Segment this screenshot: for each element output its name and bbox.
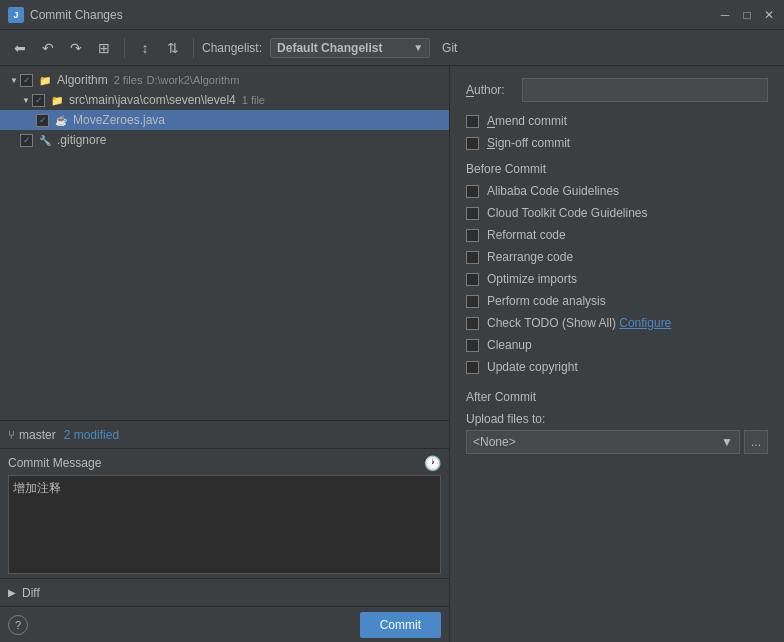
maximize-button[interactable]: □ xyxy=(740,8,754,22)
tree-checkbox-gitignore[interactable] xyxy=(20,134,33,147)
reformat-row[interactable]: Reformat code xyxy=(466,228,768,242)
bottom-actions: ? Commit xyxy=(0,606,449,642)
tree-arrow-icon-src: ▼ xyxy=(20,94,32,106)
changelist-select[interactable]: Default Changelist ▼ xyxy=(270,38,430,58)
cleanup-checkbox[interactable] xyxy=(466,339,479,352)
minimize-button[interactable]: ─ xyxy=(718,8,732,22)
folder-icon: 📁 xyxy=(37,72,53,88)
signoff-commit-checkbox[interactable] xyxy=(466,137,479,150)
toolbar: ⬅ ↶ ↷ ⊞ ↕ ⇅ Changelist: Default Changeli… xyxy=(0,30,784,66)
cloud-toolkit-row[interactable]: Cloud Toolkit Code Guidelines xyxy=(466,206,768,220)
upload-more-button[interactable]: ... xyxy=(744,430,768,454)
after-commit-header: After Commit xyxy=(466,390,768,404)
rearrange-row[interactable]: Rearrange code xyxy=(466,250,768,264)
author-row: Author: xyxy=(466,78,768,102)
cloud-toolkit-label: Cloud Toolkit Code Guidelines xyxy=(487,206,648,220)
tree-checkbox-movezeros[interactable] xyxy=(36,114,49,127)
changelist-value: Default Changelist xyxy=(277,41,413,55)
optimize-row[interactable]: Optimize imports xyxy=(466,272,768,286)
upload-select-arrow-icon: ▼ xyxy=(721,435,733,449)
tree-node-path-algorithm: D:\work2\Algorithm xyxy=(146,74,239,86)
tree-item-gitignore[interactable]: 🔧 .gitignore xyxy=(0,130,449,150)
sort-az-button[interactable]: ↕ xyxy=(133,36,157,60)
analysis-checkbox[interactable] xyxy=(466,295,479,308)
copyright-checkbox[interactable] xyxy=(466,361,479,374)
tree-node-meta-src: 1 file xyxy=(242,94,265,106)
commit-button[interactable]: Commit xyxy=(360,612,441,638)
reformat-label: Reformat code xyxy=(487,228,566,242)
close-button[interactable]: ✕ xyxy=(762,8,776,22)
modified-count[interactable]: 2 modified xyxy=(64,428,119,442)
after-commit-section: After Commit Upload files to: <None> ▼ .… xyxy=(466,390,768,454)
redo-button[interactable]: ↷ xyxy=(64,36,88,60)
folder-icon-src: 📁 xyxy=(49,92,65,108)
window-controls: ─ □ ✕ xyxy=(718,8,776,22)
move-left-button[interactable]: ⬅ xyxy=(8,36,32,60)
undo-button[interactable]: ↶ xyxy=(36,36,60,60)
branch-info: ⑂ master xyxy=(8,428,56,442)
copyright-row[interactable]: Update copyright xyxy=(466,360,768,374)
alibaba-row[interactable]: Alibaba Code Guidelines xyxy=(466,184,768,198)
optimize-checkbox[interactable] xyxy=(466,273,479,286)
tree-item-src[interactable]: ▼ 📁 src\main\java\com\seven\level4 1 fil… xyxy=(0,90,449,110)
clock-icon[interactable]: 🕐 xyxy=(424,455,441,471)
window-title: Commit Changes xyxy=(30,8,718,22)
cloud-toolkit-checkbox[interactable] xyxy=(466,207,479,220)
git-file-icon: 🔧 xyxy=(37,132,53,148)
author-input[interactable] xyxy=(522,78,768,102)
upload-select-row: <None> ▼ ... xyxy=(466,430,768,454)
status-bar: ⑂ master 2 modified xyxy=(0,420,449,448)
app-icon: J xyxy=(8,7,24,23)
right-panel: Author: Amend commit Sign-off commit Bef… xyxy=(450,66,784,642)
tree-node-label-movezeros: MoveZeroes.java xyxy=(73,113,165,127)
amend-commit-checkbox[interactable] xyxy=(466,115,479,128)
branch-name: master xyxy=(19,428,56,442)
signoff-commit-label: Sign-off commit xyxy=(487,136,570,150)
main-content: ▼ 📁 Algorithm 2 files D:\work2\Algorithm… xyxy=(0,66,784,642)
tree-node-meta-algorithm: 2 files xyxy=(114,74,143,86)
reformat-checkbox[interactable] xyxy=(466,229,479,242)
analysis-label: Perform code analysis xyxy=(487,294,606,308)
rearrange-label: Rearrange code xyxy=(487,250,573,264)
todo-row[interactable]: Check TODO (Show All) Configure xyxy=(466,316,768,330)
git-tab-button[interactable]: Git xyxy=(434,39,465,57)
commit-message-header: Commit Message 🕐 xyxy=(8,455,441,471)
changelist-arrow-icon: ▼ xyxy=(413,42,423,53)
toolbar-separator xyxy=(124,38,125,58)
todo-label: Check TODO (Show All) Configure xyxy=(487,316,671,330)
tree-node-label-src: src\main\java\com\seven\level4 xyxy=(69,93,236,107)
tree-node-label-gitignore: .gitignore xyxy=(57,133,106,147)
file-tree: ▼ 📁 Algorithm 2 files D:\work2\Algorithm… xyxy=(0,66,449,420)
title-bar: J Commit Changes ─ □ ✕ xyxy=(0,0,784,30)
alibaba-label: Alibaba Code Guidelines xyxy=(487,184,619,198)
alibaba-checkbox[interactable] xyxy=(466,185,479,198)
branch-icon: ⑂ xyxy=(8,428,15,442)
tree-checkbox-src[interactable] xyxy=(32,94,45,107)
configure-link[interactable]: Configure xyxy=(619,316,671,330)
help-button[interactable]: ? xyxy=(8,615,28,635)
todo-checkbox[interactable] xyxy=(466,317,479,330)
tree-item-algorithm[interactable]: ▼ 📁 Algorithm 2 files D:\work2\Algorithm xyxy=(0,70,449,90)
tree-item-movezeros[interactable]: ☕ MoveZeroes.java xyxy=(0,110,449,130)
before-commit-header: Before Commit xyxy=(466,162,768,176)
rearrange-checkbox[interactable] xyxy=(466,251,479,264)
analysis-row[interactable]: Perform code analysis xyxy=(466,294,768,308)
cleanup-label: Cleanup xyxy=(487,338,532,352)
amend-commit-row[interactable]: Amend commit xyxy=(466,114,768,128)
diff-row[interactable]: ▶ Diff xyxy=(0,578,449,606)
tree-node-label-algorithm: Algorithm xyxy=(57,73,108,87)
commit-message-label: Commit Message xyxy=(8,456,101,470)
tree-arrow-icon: ▼ xyxy=(8,74,20,86)
toolbar-separator-2 xyxy=(193,38,194,58)
group-button[interactable]: ⊞ xyxy=(92,36,116,60)
amend-commit-label: Amend commit xyxy=(487,114,567,128)
author-label: Author: xyxy=(466,83,514,97)
commit-message-input[interactable]: 增加注释 xyxy=(8,475,441,574)
signoff-commit-row[interactable]: Sign-off commit xyxy=(466,136,768,150)
cleanup-row[interactable]: Cleanup xyxy=(466,338,768,352)
sort-za-button[interactable]: ⇅ xyxy=(161,36,185,60)
tree-checkbox-algorithm[interactable] xyxy=(20,74,33,87)
upload-select[interactable]: <None> ▼ xyxy=(466,430,740,454)
left-panel: ▼ 📁 Algorithm 2 files D:\work2\Algorithm… xyxy=(0,66,450,642)
upload-select-value: <None> xyxy=(473,435,516,449)
